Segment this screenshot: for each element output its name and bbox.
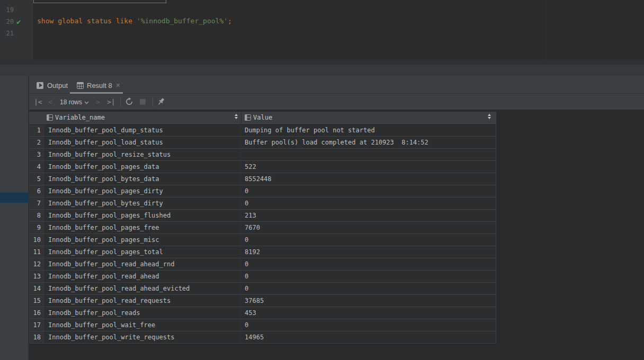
table-row: 16 Innodb_buffer_pool_reads 453 xyxy=(29,307,496,319)
row-number[interactable]: 2 xyxy=(29,137,45,148)
cell-value[interactable]: Dumping of buffer pool not started xyxy=(241,124,496,136)
row-number[interactable]: 7 xyxy=(29,197,45,209)
table-row: 3 Innodb_buffer_pool_resize_status xyxy=(29,149,496,161)
toolbar-separator xyxy=(120,97,121,106)
toolbar-separator xyxy=(153,97,153,106)
cell-variable-name[interactable]: Innodb_buffer_pool_load_status xyxy=(45,137,241,148)
row-number[interactable]: 8 xyxy=(29,210,45,221)
close-icon[interactable]: × xyxy=(116,82,120,89)
cell-variable-name[interactable]: Innodb_buffer_pool_read_requests xyxy=(45,295,241,307)
chevron-down-icon[interactable] xyxy=(84,101,89,104)
sql-editor[interactable]: 19 20 21 ✔ show global status like '%inn… xyxy=(0,0,644,60)
cell-value[interactable]: 0 xyxy=(241,271,496,282)
row-number[interactable]: 13 xyxy=(29,271,45,282)
cell-value[interactable]: 0 xyxy=(241,234,496,246)
row-number[interactable]: 18 xyxy=(29,331,45,343)
column-header-variable-name[interactable]: Variable_name xyxy=(55,112,105,123)
table-row: 11 Innodb_buffer_pool_pages_total 8192 xyxy=(29,246,496,258)
prev-page-icon[interactable]: < xyxy=(48,97,52,106)
row-number[interactable]: 15 xyxy=(29,295,45,307)
column-divider[interactable] xyxy=(241,112,241,123)
cell-variable-name[interactable]: Innodb_buffer_pool_reads xyxy=(45,307,241,319)
stop-icon[interactable] xyxy=(140,99,146,105)
cell-value[interactable]: 14965 xyxy=(241,331,496,343)
sql-terminator: ; xyxy=(228,17,232,25)
table-row: 4 Innodb_buffer_pool_pages_data 522 xyxy=(29,161,496,173)
cell-variable-name[interactable]: Innodb_buffer_pool_wait_free xyxy=(45,319,241,331)
rows-count-dropdown[interactable]: 18 rows xyxy=(60,98,82,106)
row-number[interactable]: 6 xyxy=(29,185,45,197)
row-number[interactable]: 9 xyxy=(29,222,45,233)
table-row: 5 Innodb_buffer_pool_bytes_data 8552448 xyxy=(29,173,496,185)
cell-variable-name[interactable]: Innodb_buffer_pool_dump_status xyxy=(45,124,241,136)
refresh-icon[interactable] xyxy=(125,97,133,106)
column-icon xyxy=(245,114,251,121)
cell-variable-name[interactable]: Innodb_buffer_pool_pages_data xyxy=(45,161,241,173)
cell-value[interactable]: 522 xyxy=(241,161,496,173)
row-number[interactable]: 17 xyxy=(29,319,45,331)
column-header-value[interactable]: Value xyxy=(253,112,272,123)
row-number[interactable]: 10 xyxy=(29,234,45,246)
row-number[interactable]: 3 xyxy=(29,149,45,160)
cell-value[interactable]: Buffer pool(s) load completed at 210923 … xyxy=(241,137,496,148)
cell-variable-name[interactable]: Innodb_buffer_pool_resize_status xyxy=(45,149,241,160)
toolwindow-stripe[interactable] xyxy=(0,76,28,360)
selected-tab-underline xyxy=(70,92,123,94)
table-row: 7 Innodb_buffer_pool_bytes_dirty 0 xyxy=(29,197,496,210)
cell-variable-name[interactable]: Innodb_buffer_pool_pages_flushed xyxy=(45,210,241,221)
tab-result-label: Result 8 xyxy=(87,82,112,89)
cell-variable-name[interactable]: Innodb_buffer_pool_write_requests xyxy=(45,331,241,343)
cell-variable-name[interactable]: Innodb_buffer_pool_read_ahead xyxy=(45,271,241,282)
sort-icon[interactable] xyxy=(235,114,238,119)
editor-scroll-track xyxy=(0,60,644,65)
first-page-icon[interactable]: |< xyxy=(34,97,42,106)
cell-variable-name[interactable]: Innodb_buffer_pool_pages_misc xyxy=(45,234,241,246)
row-number[interactable]: 4 xyxy=(29,161,45,173)
row-number[interactable]: 16 xyxy=(29,307,45,319)
cell-value[interactable]: 37685 xyxy=(241,295,496,307)
pin-icon[interactable] xyxy=(157,97,165,106)
row-number[interactable]: 11 xyxy=(29,246,45,258)
row-number[interactable]: 1 xyxy=(29,124,45,136)
cell-variable-name[interactable]: Innodb_buffer_pool_bytes_data xyxy=(45,173,241,185)
cell-variable-name[interactable]: Innodb_buffer_pool_read_ahead_evicted xyxy=(45,283,241,294)
table-row: 12 Innodb_buffer_pool_read_ahead_rnd 0 xyxy=(29,258,496,271)
cell-value[interactable]: 0 xyxy=(241,197,496,209)
tab-output[interactable]: Output xyxy=(33,78,69,93)
column-icon xyxy=(47,114,53,121)
sql-statement[interactable]: show global status like '%innodb_buffer_… xyxy=(37,15,232,27)
cell-value[interactable]: 0 xyxy=(241,283,496,294)
next-page-icon[interactable]: > xyxy=(96,97,100,106)
cell-value[interactable]: 8552448 xyxy=(241,173,496,185)
row-number[interactable]: 5 xyxy=(29,173,45,185)
table-row: 8 Innodb_buffer_pool_pages_flushed 213 xyxy=(29,210,496,222)
tab-result-8[interactable]: Result 8 × xyxy=(70,78,123,93)
stripe-active-indicator xyxy=(0,193,28,203)
editor-toolwindow-splitter[interactable] xyxy=(0,65,644,76)
row-number[interactable]: 14 xyxy=(29,283,45,294)
cell-variable-name[interactable]: Innodb_buffer_pool_pages_free xyxy=(45,222,241,233)
cell-value[interactable]: 0 xyxy=(241,258,496,270)
table-row: 15 Innodb_buffer_pool_read_requests 3768… xyxy=(29,295,496,307)
table-row: 14 Innodb_buffer_pool_read_ahead_evicted… xyxy=(29,283,496,295)
cell-value[interactable]: 0 xyxy=(241,185,496,197)
cell-value[interactable]: 7670 xyxy=(241,222,496,233)
cell-variable-name[interactable]: Innodb_buffer_pool_pages_total xyxy=(45,246,241,258)
cell-value[interactable]: 213 xyxy=(241,210,496,221)
cell-value[interactable]: 8192 xyxy=(241,246,496,258)
cell-variable-name[interactable]: Innodb_buffer_pool_bytes_dirty xyxy=(45,197,241,209)
cell-variable-name[interactable]: Innodb_buffer_pool_pages_dirty xyxy=(45,185,241,197)
sort-icon[interactable] xyxy=(488,114,491,119)
line-number: 21 xyxy=(0,28,14,39)
editor-gutter: 19 20 21 ✔ xyxy=(0,0,33,60)
cell-value[interactable]: 0 xyxy=(241,319,496,331)
cell-value[interactable]: 453 xyxy=(241,307,496,319)
last-page-icon[interactable]: >| xyxy=(107,97,115,106)
table-row: 18 Innodb_buffer_pool_write_requests 149… xyxy=(29,331,496,344)
row-number[interactable]: 12 xyxy=(29,258,45,270)
table-header: Variable_name Value xyxy=(29,112,496,124)
cell-variable-name[interactable]: Innodb_buffer_pool_read_ahead_rnd xyxy=(45,258,241,270)
table-row: 9 Innodb_buffer_pool_pages_free 7670 xyxy=(29,222,496,234)
table-row: 2 Innodb_buffer_pool_load_status Buffer … xyxy=(29,137,496,149)
cell-value[interactable] xyxy=(241,149,496,160)
